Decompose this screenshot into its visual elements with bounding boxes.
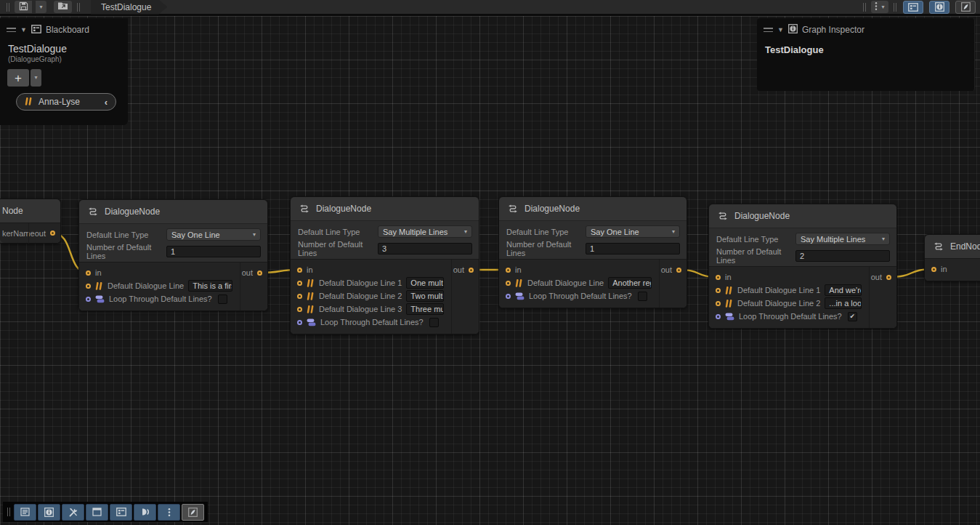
- minimap-button[interactable]: [182, 504, 204, 521]
- port-value-field[interactable]: One multiline: [406, 277, 444, 289]
- port-checkbox[interactable]: ✔: [848, 312, 857, 321]
- input-port-row: in: [506, 263, 659, 276]
- node-title: DialogueNode: [316, 204, 371, 214]
- port-label: out: [453, 265, 464, 274]
- toolbar-drag-handle[interactable]: [7, 3, 9, 12]
- property-name: Anna-Lyse: [39, 97, 80, 107]
- input-port[interactable]: [716, 275, 721, 280]
- graph-node-n3[interactable]: DialogueNodeDefault Line TypeSay One Lin…: [498, 196, 687, 308]
- toolbar-drag-handle[interactable]: [7, 508, 10, 516]
- inspector-button[interactable]: [38, 504, 60, 521]
- input-port[interactable]: [716, 314, 721, 319]
- open-asset-button[interactable]: [54, 1, 72, 13]
- input-port[interactable]: [297, 268, 302, 273]
- lines-icon: [20, 508, 30, 516]
- overflow-menu-button[interactable]: ▾: [871, 1, 888, 13]
- input-port[interactable]: [506, 281, 511, 286]
- input-port[interactable]: [716, 288, 721, 293]
- save-button[interactable]: [15, 1, 32, 13]
- port-checkbox[interactable]: [638, 292, 647, 301]
- input-port[interactable]: [506, 294, 511, 299]
- input-port[interactable]: [931, 267, 936, 272]
- add-property-button[interactable]: +: [7, 69, 29, 87]
- graph-node-n2[interactable]: DialogueNodeDefault Line TypeSay Multipl…: [290, 196, 479, 334]
- collapse-arrow-icon[interactable]: ▼: [777, 27, 784, 33]
- input-port[interactable]: [506, 268, 511, 273]
- output-ports: out: [240, 262, 267, 310]
- property-dropdown[interactable]: Say Multiple Lines▾: [378, 225, 472, 238]
- input-port[interactable]: [297, 320, 302, 325]
- output-port[interactable]: [469, 268, 474, 273]
- collapse-left-icon[interactable]: ‹: [105, 97, 108, 108]
- input-port-row: kerName: [2, 227, 28, 240]
- blackboard-toggle-button[interactable]: [903, 1, 923, 14]
- node-title: Node: [2, 206, 23, 216]
- input-port[interactable]: [297, 294, 302, 299]
- graph-canvas[interactable]: NodekerNameoutDialogueNodeDefault Line T…: [0, 16, 980, 525]
- window-button[interactable]: [86, 504, 108, 521]
- feather-icon: [961, 2, 971, 12]
- port-value-field[interactable]: This is a first: [188, 280, 232, 292]
- port-label: Default Dialogue Line 3: [319, 305, 402, 313]
- inspector-toggle-button[interactable]: [929, 1, 949, 14]
- input-port[interactable]: [86, 297, 91, 302]
- panel-drag-handle-icon[interactable]: [764, 28, 773, 32]
- preview-button[interactable]: [134, 504, 156, 521]
- input-port[interactable]: [86, 284, 91, 289]
- graph-node-end[interactable]: EndNodein: [924, 234, 980, 281]
- flow-icon: [86, 207, 99, 217]
- graph-node-start[interactable]: NodekerNameout: [0, 199, 61, 244]
- node-title-bar: DialogueNode: [709, 204, 896, 228]
- output-port[interactable]: [886, 275, 891, 280]
- toolbar-drag-handle[interactable]: [77, 3, 80, 12]
- toolbar-drag-handle[interactable]: [863, 3, 866, 12]
- output-port[interactable]: [50, 231, 55, 236]
- toolbar-drag-handle[interactable]: [894, 3, 896, 12]
- input-port[interactable]: [86, 270, 91, 276]
- save-dropdown-button[interactable]: ▾: [36, 1, 46, 13]
- input-port[interactable]: [297, 307, 302, 312]
- output-ports: out: [869, 267, 896, 328]
- node-title-bar: EndNode: [925, 235, 980, 258]
- blackboard-button[interactable]: [110, 504, 132, 521]
- input-port[interactable]: [716, 301, 721, 306]
- port-checkbox[interactable]: [218, 294, 227, 304]
- input-ports: inDefault Dialogue LineAnother reguLoop …: [499, 260, 659, 308]
- output-port-row: out: [35, 227, 55, 240]
- property-text-field[interactable]: 1: [166, 246, 261, 257]
- property-text-field[interactable]: 1: [586, 243, 680, 255]
- graph-tab[interactable]: TestDialogue: [91, 0, 167, 15]
- tools-button[interactable]: [62, 504, 84, 521]
- property-dropdown[interactable]: Say One Line▾: [166, 228, 261, 241]
- quote-icon: [25, 95, 33, 108]
- port-value-field[interactable]: ...in a loop: [825, 297, 862, 309]
- add-property-dropdown-button[interactable]: ▾: [31, 69, 41, 87]
- collapse-arrow-icon[interactable]: ▼: [20, 27, 27, 33]
- more-button[interactable]: [158, 504, 180, 521]
- output-port[interactable]: [257, 270, 262, 276]
- property-dropdown[interactable]: Say One Line▾: [586, 225, 680, 238]
- blackboard-property-anna-lyse[interactable]: Anna-Lyse ‹: [16, 93, 116, 111]
- port-value-field[interactable]: Another regu: [608, 277, 652, 289]
- graph-node-n1[interactable]: DialogueNodeDefault Line TypeSay One Lin…: [78, 199, 268, 311]
- input-port-row: Default Dialogue LineAnother regu: [506, 276, 659, 289]
- blackboard-graph-type: (DialogueGraph): [0, 55, 128, 63]
- graph-node-n4[interactable]: DialogueNodeDefault Line TypeSay Multipl…: [708, 204, 897, 329]
- output-port[interactable]: [676, 268, 681, 273]
- port-value-field[interactable]: And we're...: [825, 284, 862, 296]
- property-text-field[interactable]: 2: [795, 250, 890, 262]
- minimap-toggle-button[interactable]: [955, 1, 976, 14]
- panel-drag-handle-icon[interactable]: [7, 28, 16, 32]
- port-value-field[interactable]: Two multiline: [406, 290, 444, 302]
- quote-icon: [725, 286, 733, 294]
- input-port[interactable]: [297, 281, 302, 286]
- port-label: in: [725, 273, 732, 281]
- input-port-row: in: [931, 262, 980, 276]
- property-dropdown[interactable]: Say Multiple Lines▾: [795, 233, 890, 245]
- property-text-field[interactable]: 3: [378, 243, 472, 255]
- console-button[interactable]: [14, 504, 36, 521]
- port-value-field[interactable]: Three multilin: [406, 303, 444, 315]
- flow-icon: [716, 211, 729, 221]
- port-checkbox[interactable]: [429, 318, 439, 327]
- output-port-row: out: [453, 263, 474, 276]
